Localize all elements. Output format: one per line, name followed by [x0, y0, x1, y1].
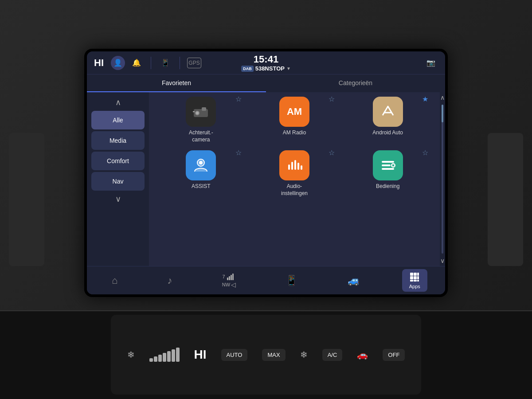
app-label-achteruitcamera: Achteruit.-camera — [189, 129, 213, 143]
vent-right — [488, 133, 523, 266]
app-android-auto[interactable]: ★ Android Auto — [343, 97, 433, 143]
svg-rect-29 — [414, 280, 417, 282]
app-label-bediening: Bediening — [376, 183, 399, 190]
sidebar: ∧ Alle Media Comfort Nav ∨ — [87, 92, 149, 266]
station-chevron-icon[interactable]: ▼ — [286, 66, 291, 71]
svg-point-6 — [199, 161, 203, 164]
star-am-radio[interactable]: ☆ — [329, 95, 335, 103]
bar-1 — [149, 358, 153, 362]
star-bediening[interactable]: ☆ — [422, 149, 428, 157]
svg-rect-8 — [291, 162, 293, 170]
app-achteruitcamera[interactable]: ☆ Achteruit.-camera — [156, 97, 246, 143]
tab-categorieen[interactable]: Categorieën — [266, 74, 445, 92]
svg-rect-30 — [417, 280, 419, 282]
auto-button[interactable]: AUTO — [221, 349, 248, 361]
car-background: HI 👤 🔔 📱 GPS 15:41 DAB 538NSTOP ▼ — [0, 0, 532, 399]
fan-icon: ❄ — [127, 349, 135, 360]
star-android-auto[interactable]: ★ — [422, 95, 428, 103]
bar-6 — [172, 349, 175, 362]
mobile-icon: 📱 — [286, 275, 297, 286]
svg-rect-20 — [231, 275, 232, 280]
svg-rect-11 — [301, 165, 302, 170]
nav-phone[interactable]: 📱 — [278, 272, 305, 289]
bar-2 — [154, 356, 157, 362]
sidebar-item-alle[interactable]: Alle — [91, 111, 145, 129]
climate-temp: HI — [194, 348, 207, 362]
bar-5 — [167, 351, 171, 362]
nav-navigation[interactable]: 7 NW ◁ — [215, 270, 243, 291]
svg-rect-27 — [417, 276, 419, 279]
bar-4 — [163, 353, 166, 362]
nav-music[interactable]: ♪ — [160, 272, 180, 289]
star-achteruitcamera[interactable]: ☆ — [235, 95, 242, 103]
apps-label: Apps — [409, 284, 420, 289]
app-icon-android-auto — [373, 97, 403, 127]
ac-icon: ❄ — [300, 349, 308, 360]
svg-rect-26 — [414, 276, 417, 279]
tabs-bar: Favorieten Categorieën — [87, 74, 445, 92]
app-label-audio: Audio-instellingen — [281, 183, 308, 197]
greeting-label: HI — [94, 57, 104, 69]
sidebar-down-arrow[interactable]: ∨ — [113, 192, 123, 206]
svg-rect-13 — [382, 164, 391, 166]
infotainment-screen: HI 👤 🔔 📱 GPS 15:41 DAB 538NSTOP ▼ — [87, 51, 445, 294]
tab-favorieten[interactable]: Favorieten — [87, 74, 266, 92]
nav-apps[interactable]: Apps — [402, 269, 427, 292]
car-icon: 🚙 — [348, 275, 360, 286]
off-button[interactable]: OFF — [383, 349, 405, 361]
station-display: DAB 538NSTOP ▼ — [241, 65, 291, 72]
bediening-icon — [379, 156, 397, 174]
svg-rect-12 — [382, 161, 394, 163]
app-bediening[interactable]: ☆ Bediening — [343, 150, 433, 197]
scroll-down-icon[interactable]: ∨ — [440, 257, 445, 264]
audio-settings-icon — [286, 156, 303, 174]
divider — [151, 57, 151, 69]
signal-label: 7 — [222, 274, 225, 279]
signal-icon — [227, 273, 236, 280]
scroll-track — [442, 105, 443, 254]
nav-home[interactable]: ⌂ — [105, 272, 125, 289]
gps-icon[interactable]: GPS — [187, 58, 201, 68]
bottom-panel: ❄ HI AUTO MAX ❄ A/C 🚗 OFF — [0, 310, 532, 399]
sidebar-item-media[interactable]: Media — [91, 131, 145, 150]
home-icon: ⌂ — [112, 275, 117, 286]
star-audio[interactable]: ☆ — [329, 149, 335, 157]
star-assist[interactable]: ☆ — [235, 149, 242, 157]
app-audio-instellingen[interactable]: ☆ Audio-instellingen — [250, 150, 340, 197]
ac-button[interactable]: A/C — [322, 349, 343, 361]
climate-controls: ❄ HI AUTO MAX ❄ A/C 🚗 OFF — [111, 315, 421, 395]
station-name: 538NSTOP — [255, 65, 285, 72]
scroll-bar: ∧ ∨ — [440, 92, 445, 266]
phone-icon[interactable]: 📱 — [158, 56, 172, 70]
app-icon-achteruitcamera — [186, 97, 216, 127]
svg-rect-14 — [382, 168, 394, 170]
svg-rect-18 — [227, 278, 228, 280]
top-right-icons: 📷 — [424, 56, 438, 70]
svg-rect-10 — [297, 163, 299, 170]
scroll-thumb — [442, 105, 443, 122]
bell-icon[interactable]: 🔔 — [129, 56, 144, 70]
sidebar-item-nav[interactable]: Nav — [91, 172, 145, 191]
user-icon[interactable]: 👤 — [111, 56, 125, 70]
app-assist[interactable]: ☆ ASSIST — [156, 150, 246, 197]
max-button[interactable]: MAX — [262, 349, 285, 361]
svg-rect-23 — [414, 273, 417, 276]
music-icon: ♪ — [168, 275, 172, 286]
svg-rect-7 — [288, 164, 290, 170]
nav-car[interactable]: 🚙 — [340, 272, 367, 289]
camera-icon[interactable]: 📷 — [424, 56, 438, 70]
app-am-radio[interactable]: ☆ AM AM Radio — [250, 97, 340, 143]
svg-rect-22 — [410, 273, 413, 276]
android-auto-icon — [379, 103, 397, 121]
main-content: ∧ Alle Media Comfort Nav ∨ — [87, 92, 445, 266]
svg-rect-21 — [232, 274, 234, 280]
sidebar-up-arrow[interactable]: ∧ — [113, 96, 123, 109]
apps-grid: ☆ Achteruit.-camera — [149, 92, 440, 266]
divider2 — [180, 57, 180, 69]
svg-point-2 — [196, 112, 199, 114]
svg-rect-19 — [229, 276, 230, 280]
sidebar-item-comfort[interactable]: Comfort — [91, 152, 145, 170]
app-icon-assist — [186, 150, 216, 180]
svg-rect-28 — [410, 280, 413, 282]
scroll-up-icon[interactable]: ∧ — [440, 94, 445, 101]
